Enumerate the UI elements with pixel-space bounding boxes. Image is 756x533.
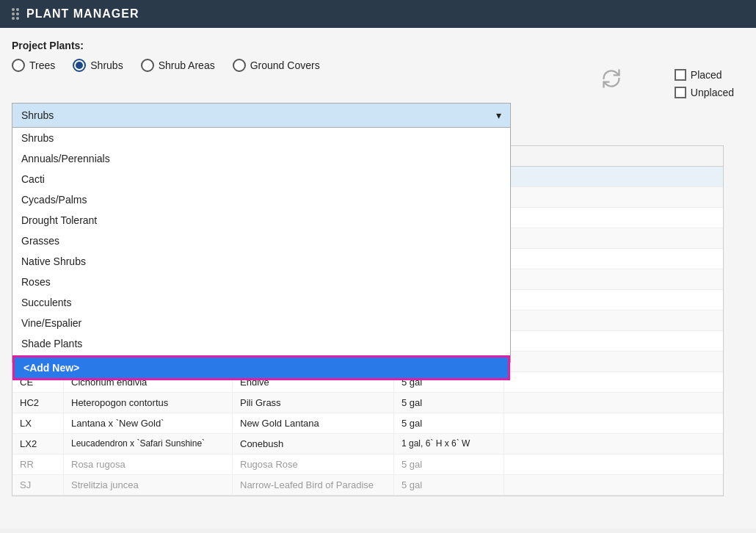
cell-common: Pili Grass bbox=[233, 393, 394, 413]
cell-size: 5 gal bbox=[394, 413, 504, 433]
refresh-icon[interactable] bbox=[599, 66, 624, 91]
dropdown-item-cacti[interactable]: Cacti bbox=[12, 169, 510, 189]
radio-circle-ground-covers bbox=[233, 59, 246, 72]
cell-scientific: Rosa rugosa bbox=[64, 454, 233, 474]
table-row[interactable]: HC2 Heteropogon contortus Pili Grass 5 g… bbox=[12, 393, 723, 413]
dropdown-item-shrubs[interactable]: Shrubs bbox=[12, 128, 510, 148]
cell-common: Conebush bbox=[233, 434, 394, 454]
table-row[interactable]: LX2 Leucadendron x `Safari Sunshine` Con… bbox=[12, 434, 723, 454]
cell-size: 5 gal bbox=[394, 475, 504, 495]
radio-label-ground-covers: Ground Covers bbox=[250, 59, 320, 71]
main-panel: Project Plants: Trees Shrubs Shrub Areas… bbox=[0, 28, 756, 529]
dropdown-overlay: Shrubs ▾ Shrubs Annuals/Perennials Cacti… bbox=[12, 103, 511, 128]
dropdown-item-annuals[interactable]: Annuals/Perennials bbox=[12, 148, 510, 169]
unplaced-checkbox[interactable] bbox=[675, 87, 686, 98]
placed-checkbox[interactable] bbox=[675, 69, 686, 81]
dropdown-item-vine[interactable]: Vine/Espalier bbox=[12, 313, 510, 333]
drag-handle[interactable] bbox=[12, 8, 19, 20]
unplaced-label: Unplaced bbox=[691, 87, 734, 98]
radio-row: Trees Shrubs Shrub Areas Ground Covers bbox=[12, 59, 744, 72]
cell-size: 1 gal, 6` H x 6` W bbox=[394, 434, 504, 454]
cell-code: LX2 bbox=[12, 434, 64, 454]
cell-scientific: Leucadendron x `Safari Sunshine` bbox=[64, 434, 233, 454]
cell-code: LX bbox=[12, 413, 64, 433]
cell-common: Rugosa Rose bbox=[233, 454, 394, 474]
cell-code: SJ bbox=[12, 475, 64, 495]
table-row[interactable]: SJ Strelitzia juncea Narrow-Leafed Bird … bbox=[12, 475, 723, 496]
dropdown-item-drought[interactable]: Drought Tolerant bbox=[12, 210, 510, 231]
radio-label-shrubs: Shrubs bbox=[90, 59, 123, 71]
right-controls: Placed Unplaced bbox=[675, 69, 734, 98]
table-row[interactable]: RR Rosa rugosa Rugosa Rose 5 gal bbox=[12, 454, 723, 475]
cell-size: 5 gal bbox=[394, 393, 504, 413]
placed-checkbox-row[interactable]: Placed bbox=[675, 69, 722, 81]
dropdown-selected[interactable]: Shrubs ▾ bbox=[12, 103, 511, 128]
placed-label: Placed bbox=[691, 69, 722, 81]
cell-common: Narrow-Leafed Bird of Paradise bbox=[233, 475, 394, 495]
radio-ground-covers[interactable]: Ground Covers bbox=[233, 59, 320, 72]
title-bar: PLANT MANAGER bbox=[0, 0, 756, 28]
radio-label-shrub-areas: Shrub Areas bbox=[159, 59, 215, 71]
cell-common: New Gold Lantana bbox=[233, 413, 394, 433]
radio-circle-trees bbox=[12, 59, 25, 72]
dropdown-item-grasses[interactable]: Grasses bbox=[12, 231, 510, 251]
cell-code: HC2 bbox=[12, 393, 64, 413]
radio-circle-shrub-areas bbox=[141, 59, 154, 72]
radio-label-trees: Trees bbox=[29, 59, 55, 71]
dropdown-menu: Shrubs Annuals/Perennials Cacti Cycads/P… bbox=[12, 128, 511, 363]
dropdown-item-add-new[interactable]: <Add New> bbox=[12, 355, 510, 380]
dropdown-item-shade[interactable]: Shade Plants bbox=[12, 333, 510, 354]
cell-scientific: Heteropogon contortus bbox=[64, 393, 233, 413]
radio-shrubs[interactable]: Shrubs bbox=[73, 59, 123, 72]
app-title: PLANT MANAGER bbox=[26, 7, 139, 21]
radio-shrub-areas[interactable]: Shrub Areas bbox=[141, 59, 215, 72]
dropdown-selected-text: Shrubs bbox=[21, 109, 54, 121]
radio-trees[interactable]: Trees bbox=[12, 59, 55, 72]
dropdown-item-native[interactable]: Native Shrubs bbox=[12, 251, 510, 272]
dropdown-item-succulents[interactable]: Succulents bbox=[12, 292, 510, 313]
unplaced-checkbox-row[interactable]: Unplaced bbox=[675, 87, 734, 98]
project-plants-label: Project Plants: bbox=[12, 40, 744, 51]
radio-circle-shrubs bbox=[73, 59, 86, 72]
dropdown-item-cycads[interactable]: Cycads/Palms bbox=[12, 189, 510, 210]
cell-size: 5 gal bbox=[394, 454, 504, 474]
table-row[interactable]: LX Lantana x `New Gold` New Gold Lantana… bbox=[12, 413, 723, 434]
cell-scientific: Lantana x `New Gold` bbox=[64, 413, 233, 433]
chevron-down-icon: ▾ bbox=[496, 109, 501, 121]
cell-scientific: Strelitzia juncea bbox=[64, 475, 233, 495]
cell-code: RR bbox=[12, 454, 64, 474]
dropdown-item-roses[interactable]: Roses bbox=[12, 272, 510, 292]
